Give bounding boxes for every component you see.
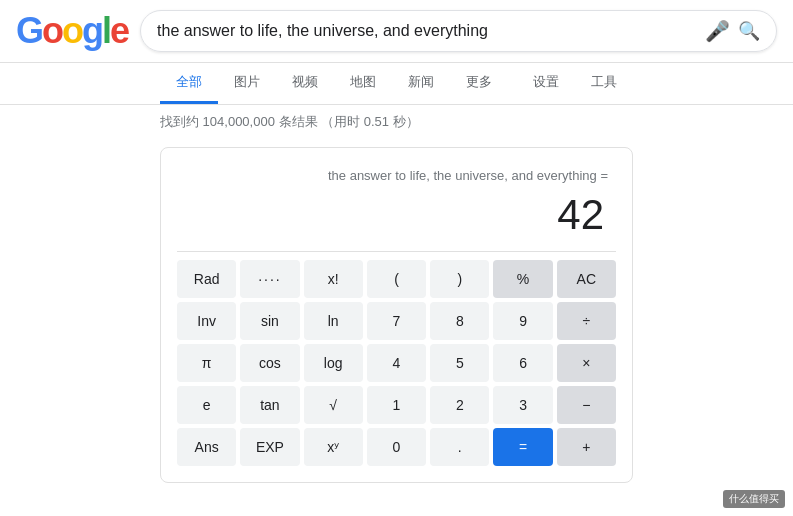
calc-btn-3[interactable]: 3 [493, 386, 552, 424]
calc-btn-sin[interactable]: sin [240, 302, 299, 340]
calc-btn-x_[interactable]: x! [304, 260, 363, 298]
calc-btn-_[interactable]: % [493, 260, 552, 298]
calc-btn-_[interactable]: π [177, 344, 236, 382]
logo-letter-l: l [102, 10, 110, 52]
calc-btn-7[interactable]: 7 [367, 302, 426, 340]
calc-btn-_[interactable]: . [430, 428, 489, 466]
tab-maps[interactable]: 地图 [334, 63, 392, 104]
search-input[interactable] [157, 22, 697, 40]
calc-btn-Rad[interactable]: Rad [177, 260, 236, 298]
calc-btn-_[interactable]: ) [430, 260, 489, 298]
calc-btn-5[interactable]: 5 [430, 344, 489, 382]
calculator: the answer to life, the universe, and ev… [160, 147, 633, 483]
google-logo: G o o g l e [16, 10, 128, 52]
logo-letter-o2: o [62, 10, 82, 52]
calc-btn-9[interactable]: 9 [493, 302, 552, 340]
logo-letter-g: G [16, 10, 42, 52]
calc-btn-tan[interactable]: tan [240, 386, 299, 424]
calc-btn-_[interactable]: ( [367, 260, 426, 298]
microphone-icon[interactable]: 🎤 [705, 19, 730, 43]
result-count: 找到约 104,000,000 条结果 （用时 0.51 秒） [0, 105, 793, 139]
calc-btn-1[interactable]: 1 [367, 386, 426, 424]
tab-more[interactable]: 更多 [450, 63, 508, 104]
calc-display: 42 [177, 187, 616, 252]
tab-news[interactable]: 新闻 [392, 63, 450, 104]
calc-btn-x_[interactable]: xʸ [304, 428, 363, 466]
calc-btn-0[interactable]: 0 [367, 428, 426, 466]
calc-btn-e[interactable]: e [177, 386, 236, 424]
calc-btn-AC[interactable]: AC [557, 260, 616, 298]
calc-btn-ln[interactable]: ln [304, 302, 363, 340]
calc-btn-Inv[interactable]: Inv [177, 302, 236, 340]
calc-btn-_[interactable]: − [557, 386, 616, 424]
calc-btn-6[interactable]: 6 [493, 344, 552, 382]
logo-letter-o1: o [42, 10, 62, 52]
tab-videos[interactable]: 视频 [276, 63, 334, 104]
calc-btn-8[interactable]: 8 [430, 302, 489, 340]
logo-letter-e: e [110, 10, 128, 52]
calc-btn-Ans[interactable]: Ans [177, 428, 236, 466]
nav-tabs: 全部 图片 视频 地图 新闻 更多 设置 工具 [0, 63, 793, 105]
calc-btn-_[interactable]: ÷ [557, 302, 616, 340]
calc-btn-_[interactable]: × [557, 344, 616, 382]
tab-settings[interactable]: 设置 [517, 63, 575, 104]
watermark: 什么值得买 [723, 490, 785, 508]
calc-buttons: Rad····x!()%ACInvsinln789÷πcoslog456×eta… [177, 260, 616, 466]
calc-btn-cos[interactable]: cos [240, 344, 299, 382]
nav-left: 全部 图片 视频 地图 新闻 更多 [160, 63, 517, 104]
calc-btn-____[interactable]: ···· [240, 260, 299, 298]
nav-right: 设置 工具 [517, 63, 633, 104]
calc-btn-log[interactable]: log [304, 344, 363, 382]
search-icon[interactable]: 🔍 [738, 20, 760, 42]
tab-images[interactable]: 图片 [218, 63, 276, 104]
tab-tools[interactable]: 工具 [575, 63, 633, 104]
calc-btn-_[interactable]: + [557, 428, 616, 466]
calc-btn-EXP[interactable]: EXP [240, 428, 299, 466]
calc-btn-_[interactable]: = [493, 428, 552, 466]
calc-btn-_[interactable]: √ [304, 386, 363, 424]
calc-btn-4[interactable]: 4 [367, 344, 426, 382]
logo-letter-g2: g [82, 10, 102, 52]
tab-all[interactable]: 全部 [160, 63, 218, 104]
calc-btn-2[interactable]: 2 [430, 386, 489, 424]
header: G o o g l e 🎤 🔍 [0, 0, 793, 63]
calc-equation: the answer to life, the universe, and ev… [177, 164, 616, 187]
search-bar: 🎤 🔍 [140, 10, 777, 52]
